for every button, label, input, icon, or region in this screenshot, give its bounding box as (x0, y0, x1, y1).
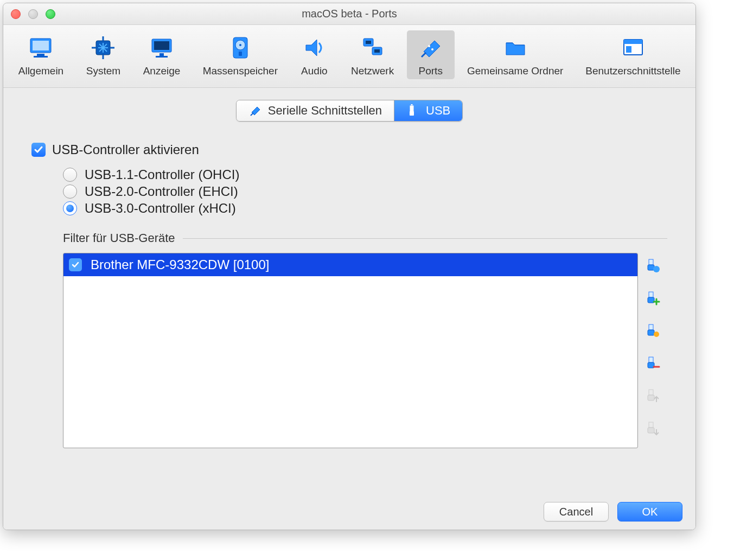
serial-port-icon (248, 104, 263, 118)
ports-tabs: Serielle Schnittstellen USB (236, 100, 463, 122)
usb-plug-up-icon (644, 387, 661, 404)
usb-panel: USB-Controller aktivieren USB-1.1-Contro… (9, 129, 690, 488)
svg-rect-23 (366, 41, 371, 44)
usb-plug-remove-icon (644, 355, 661, 371)
usb-plug-down-icon (644, 420, 661, 436)
tab-serial-label: Serielle Schnittstellen (268, 104, 382, 118)
ok-button[interactable]: OK (617, 502, 682, 521)
svg-point-26 (428, 45, 430, 47)
svg-rect-20 (239, 52, 242, 56)
radio-ohci-label: USB-1.1-Controller (OHCI) (85, 167, 239, 182)
window-close-button[interactable] (11, 9, 21, 19)
ui-icon (619, 34, 647, 62)
toolbar-label: Gemeinsame Ordner (467, 65, 563, 77)
enable-usb-controller-checkbox[interactable] (31, 143, 46, 157)
toolbar-item-system[interactable]: System (76, 30, 130, 79)
svg-rect-35 (649, 259, 653, 265)
svg-rect-48 (649, 390, 653, 395)
move-filter-down-button[interactable] (643, 419, 662, 437)
window-title: macOS beta - Ports (3, 8, 695, 20)
radio-ehci[interactable]: USB-2.0-Controller (EHCI) (63, 184, 667, 199)
svg-point-44 (654, 332, 659, 337)
toolbar-item-ports[interactable]: Ports (407, 30, 455, 79)
toolbar: Allgemein System Anzeige Massenspeicher (3, 25, 695, 88)
toolbar-item-gemeinsame-ordner[interactable]: Gemeinsame Ordner (458, 30, 573, 79)
remove-filter-button[interactable] (643, 354, 662, 372)
svg-rect-1 (33, 41, 49, 50)
usb-filter-header: Filter für USB-Geräte (63, 231, 667, 245)
window-minimize-button[interactable] (28, 9, 38, 19)
toolbar-label: Netzwerk (351, 65, 394, 77)
toolbar-item-massenspeicher[interactable]: Massenspeicher (193, 30, 287, 79)
toolbar-label: Audio (301, 65, 328, 77)
edit-filter-button[interactable] (643, 321, 662, 340)
move-filter-up-button[interactable] (643, 386, 662, 405)
toolbar-item-audio[interactable]: Audio (291, 30, 339, 79)
usb-filter-actions (643, 253, 667, 448)
toolbar-item-anzeige[interactable]: Anzeige (133, 30, 190, 79)
svg-rect-2 (37, 54, 44, 56)
svg-point-27 (431, 48, 433, 50)
svg-rect-15 (159, 53, 164, 56)
svg-rect-30 (626, 46, 631, 53)
svg-rect-32 (410, 106, 413, 111)
content: Serielle Schnittstellen USB USB-Controll… (3, 88, 695, 530)
toolbar-label: Anzeige (143, 65, 181, 77)
tab-usb[interactable]: USB (394, 100, 462, 121)
svg-rect-45 (649, 357, 653, 362)
ports-icon (417, 34, 445, 62)
window-zoom-button[interactable] (46, 9, 55, 19)
tab-usb-label: USB (426, 104, 450, 118)
enable-usb-controller-row[interactable]: USB-Controller aktivieren (31, 142, 667, 157)
tab-serial[interactable]: Serielle Schnittstellen (237, 100, 394, 121)
svg-rect-3 (34, 56, 48, 58)
svg-point-37 (653, 266, 660, 272)
radio-xhci[interactable]: USB-3.0-Controller (xHCI) (63, 201, 667, 216)
svg-rect-50 (649, 422, 653, 428)
traffic-lights (11, 9, 55, 19)
radio-button[interactable] (63, 201, 77, 215)
toolbar-item-allgemein[interactable]: Allgemein (9, 30, 73, 79)
enable-usb-controller-label: USB-Controller aktivieren (52, 142, 199, 157)
divider (183, 238, 667, 239)
svg-point-19 (239, 44, 241, 46)
svg-line-25 (422, 53, 426, 57)
add-empty-filter-button[interactable] (643, 256, 662, 275)
toolbar-label: Allgemein (18, 65, 63, 77)
usb-icon (406, 104, 420, 118)
toolbar-item-netzwerk[interactable]: Netzwerk (341, 30, 404, 79)
usb-plug-edit-icon (644, 322, 661, 339)
toolbar-label: System (86, 65, 120, 77)
radio-button[interactable] (63, 168, 77, 182)
dialog-footer: Cancel OK (3, 494, 695, 530)
add-filter-from-device-button[interactable] (643, 289, 662, 307)
radio-ohci[interactable]: USB-1.1-Controller (OHCI) (63, 167, 667, 182)
radio-xhci-label: USB-3.0-Controller (xHCI) (85, 201, 236, 216)
usb-controller-group: USB-1.1-Controller (OHCI) USB-2.0-Contro… (63, 167, 667, 216)
svg-rect-49 (648, 395, 654, 400)
usb-filter-row[interactable]: Brother MFC-9332CDW [0100] (63, 253, 637, 276)
display-icon (148, 34, 176, 62)
usb-plug-add-icon (644, 257, 661, 273)
usb-filter-list[interactable]: Brother MFC-9332CDW [0100] (63, 253, 638, 448)
svg-rect-38 (649, 292, 653, 297)
cancel-button-label: Cancel (559, 506, 593, 518)
usb-filter-checkbox[interactable] (69, 258, 82, 271)
toolbar-item-benutzerschnittstelle[interactable]: Benutzerschnittstelle (576, 30, 690, 79)
svg-rect-14 (154, 41, 169, 50)
settings-window: macOS beta - Ports Allgemein System Anze… (3, 3, 696, 530)
svg-line-31 (251, 113, 253, 116)
usb-filter-name: Brother MFC-9332CDW [0100] (91, 257, 269, 272)
toolbar-label: Benutzerschnittstelle (585, 65, 680, 77)
chip-icon (89, 34, 117, 62)
toolbar-label: Ports (419, 65, 443, 77)
cancel-button[interactable]: Cancel (544, 502, 609, 521)
titlebar: macOS beta - Ports (3, 3, 695, 25)
svg-rect-51 (648, 428, 654, 433)
radio-button[interactable] (63, 184, 77, 199)
disk-icon (226, 34, 254, 62)
network-icon (359, 34, 387, 62)
usb-plug-plus-icon (644, 290, 661, 306)
svg-rect-42 (649, 324, 653, 330)
ok-button-label: OK (642, 506, 658, 518)
